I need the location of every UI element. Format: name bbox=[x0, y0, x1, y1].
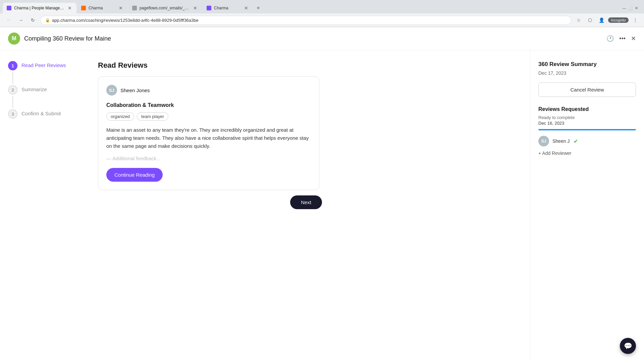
check-icon: ✔ bbox=[574, 138, 578, 144]
close-window-button[interactable]: ✕ bbox=[634, 6, 639, 10]
tab-bar: Charma | People Management S... ✕ Charma… bbox=[0, 0, 644, 13]
app-header: M Compiling 360 Review for Maine 🕐 ••• ✕ bbox=[0, 27, 644, 50]
tab-2-close[interactable]: ✕ bbox=[118, 5, 123, 11]
bookmark-icon[interactable]: ☆ bbox=[574, 15, 583, 25]
url-text: app.charma.com/coaching/reviews/1253e8dd… bbox=[52, 18, 566, 23]
incognito-badge: Incognito bbox=[608, 17, 629, 23]
tab-3[interactable]: pageflows.com/_emails/_/7fb5... ✕ bbox=[128, 3, 202, 13]
reviewer-row: SJ Sheen Jones bbox=[106, 85, 311, 96]
app-container: M Compiling 360 Review for Maine 🕐 ••• ✕… bbox=[0, 27, 644, 359]
review-body-text: Maine is an asset to any team they're on… bbox=[106, 126, 311, 150]
close-icon[interactable]: ✕ bbox=[631, 35, 636, 42]
review-card: SJ Sheen Jones Collaboration & Teamwork … bbox=[98, 76, 319, 190]
reviews-requested-title: Reviews Requested bbox=[538, 106, 636, 112]
sidebar-item-summarize[interactable]: Summarize bbox=[21, 85, 47, 92]
continue-reading-button[interactable]: Continue Reading bbox=[106, 168, 163, 182]
window-controls: — ⬜ ✕ bbox=[622, 6, 641, 10]
chat-widget-button[interactable]: 💬 bbox=[620, 338, 636, 354]
step-3-connector: 3 bbox=[8, 109, 17, 119]
tab-1-label: Charma | People Management S... bbox=[14, 6, 64, 10]
tab-4-close[interactable]: ✕ bbox=[244, 5, 249, 11]
browser-chrome: Charma | People Management S... ✕ Charma… bbox=[0, 0, 644, 27]
next-button[interactable]: Next bbox=[290, 195, 322, 209]
lock-icon: 🔒 bbox=[45, 18, 50, 22]
main-content: 1 Read Peer Reviews 2 Summarize 3 Confir… bbox=[0, 50, 644, 359]
step-1-number: 1 bbox=[8, 61, 17, 70]
review-fade-text: — Additional feedback... bbox=[106, 156, 311, 161]
tab-3-favicon bbox=[132, 6, 137, 10]
sidebar-item-read-peer-reviews[interactable]: Read Peer Reviews bbox=[21, 61, 66, 68]
step-item-2: 2 Summarize bbox=[8, 85, 79, 109]
tab-4[interactable]: Charma ✕ bbox=[203, 3, 253, 13]
reviewer-entry-1-name: Sheen J bbox=[552, 138, 570, 144]
tab-2[interactable]: Charma ✕ bbox=[77, 3, 127, 13]
review-category: Collaboration & Teamwork bbox=[106, 102, 311, 108]
step-item-3: 3 Confirm & Submit bbox=[8, 109, 79, 119]
step-2-number: 2 bbox=[8, 85, 17, 95]
tag-team-player: team player bbox=[137, 112, 168, 121]
step-2-connector: 2 bbox=[8, 85, 17, 109]
next-row: Next bbox=[98, 190, 333, 209]
tab-3-label: pageflows.com/_emails/_/7fb5... bbox=[140, 6, 190, 10]
header-actions: 🕐 ••• ✕ bbox=[606, 35, 636, 42]
tags-row: organized team player bbox=[106, 112, 311, 121]
reviewer-avatar: SJ bbox=[106, 85, 117, 96]
step-1-line bbox=[12, 72, 13, 84]
right-panel: 360 Review Summary Dec 17, 2023 Cancel R… bbox=[530, 50, 644, 359]
menu-icon[interactable]: ⋮ bbox=[631, 15, 640, 25]
avatar: M bbox=[8, 33, 20, 45]
reload-button[interactable]: ↻ bbox=[28, 15, 38, 25]
sidebar-item-confirm-submit[interactable]: Confirm & Submit bbox=[21, 109, 61, 116]
sidebar: 1 Read Peer Reviews 2 Summarize 3 Confir… bbox=[0, 50, 87, 359]
review-area: Read Reviews SJ Sheen Jones Collaboratio… bbox=[87, 50, 530, 359]
ready-date: Dec 16, 2023 bbox=[538, 121, 636, 126]
tag-organized: organized bbox=[106, 112, 134, 121]
tab-1-favicon bbox=[7, 6, 11, 10]
tab-1-close[interactable]: ✕ bbox=[67, 5, 72, 11]
step-1-connector: 1 bbox=[8, 61, 17, 85]
progress-bar bbox=[538, 129, 636, 130]
extension-icon[interactable]: ⬡ bbox=[585, 15, 595, 25]
review-section-title: Read Reviews bbox=[98, 61, 519, 70]
address-bar: ← → ↻ 🔒 app.charma.com/coaching/reviews/… bbox=[0, 13, 644, 27]
progress-fill bbox=[538, 129, 636, 130]
step-2-line bbox=[12, 96, 13, 108]
url-bar[interactable]: 🔒 app.charma.com/coaching/reviews/1253e8… bbox=[40, 16, 571, 25]
add-reviewer-button[interactable]: + Add Reviewer bbox=[538, 150, 636, 156]
tab-2-favicon bbox=[81, 6, 86, 10]
panel-title: 360 Review Summary bbox=[538, 61, 636, 68]
tab-2-label: Charma bbox=[89, 6, 115, 10]
minimize-button[interactable]: — bbox=[622, 6, 627, 10]
tab-4-favicon bbox=[207, 6, 211, 10]
reviewer-entry-1-avatar: SJ bbox=[538, 136, 549, 146]
chat-icon: 💬 bbox=[624, 342, 632, 350]
page-title: Compiling 360 Review for Maine bbox=[24, 35, 602, 42]
forward-button[interactable]: → bbox=[16, 15, 25, 25]
reviewer-entry-1: SJ Sheen J ✔ bbox=[538, 136, 636, 146]
new-tab-button[interactable]: + bbox=[254, 3, 263, 13]
back-button[interactable]: ← bbox=[4, 15, 13, 25]
cancel-review-button[interactable]: Cancel Review bbox=[538, 82, 636, 97]
step-3-number: 3 bbox=[8, 109, 17, 119]
ready-to-complete-label: Ready to complete bbox=[538, 115, 636, 120]
tab-3-close[interactable]: ✕ bbox=[193, 5, 198, 11]
panel-date: Dec 17, 2023 bbox=[538, 70, 636, 76]
toolbar-icons: ☆ ⬡ 👤 Incognito ⋮ bbox=[574, 15, 640, 25]
reviewer-name: Sheen Jones bbox=[120, 87, 150, 93]
profile-icon[interactable]: 👤 bbox=[597, 15, 606, 25]
tab-4-label: Charma bbox=[214, 6, 241, 10]
more-options-icon[interactable]: ••• bbox=[619, 35, 626, 42]
step-item-1: 1 Read Peer Reviews bbox=[8, 61, 79, 85]
tab-1[interactable]: Charma | People Management S... ✕ bbox=[3, 3, 76, 13]
restore-button[interactable]: ⬜ bbox=[628, 6, 633, 10]
history-icon[interactable]: 🕐 bbox=[606, 35, 614, 42]
